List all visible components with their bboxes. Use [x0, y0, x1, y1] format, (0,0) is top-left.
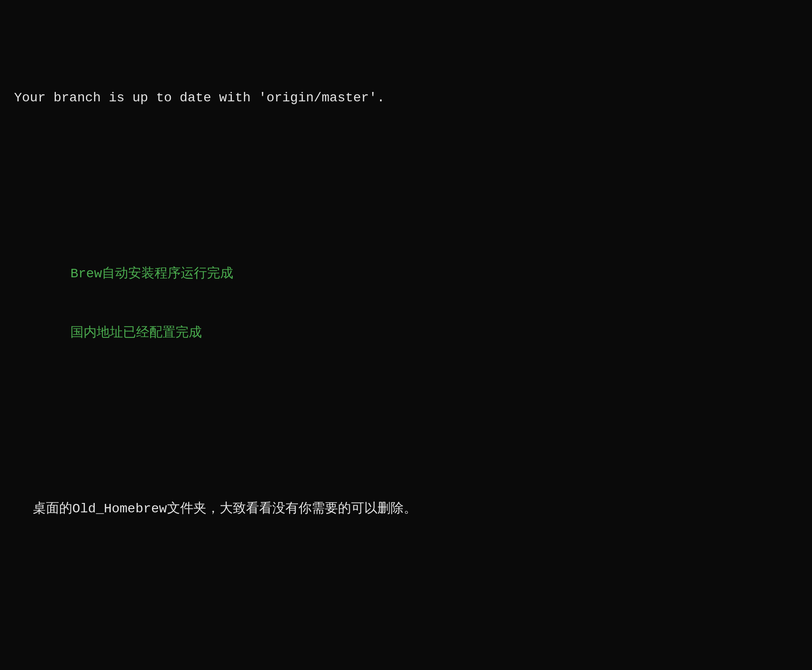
brew-complete-line2: 国内地址已经配置完成 [14, 323, 798, 343]
terminal-output: Your branch is up to date with 'origin/m… [14, 9, 798, 670]
git-status-line: Your branch is up to date with 'origin/m… [14, 88, 798, 108]
brew-complete-line1: Brew自动安装程序运行完成 [14, 264, 798, 284]
old-homebrew-notice: 桌面的Old_Homebrew文件夹，大致看看没有你需要的可以删除。 [14, 499, 798, 519]
